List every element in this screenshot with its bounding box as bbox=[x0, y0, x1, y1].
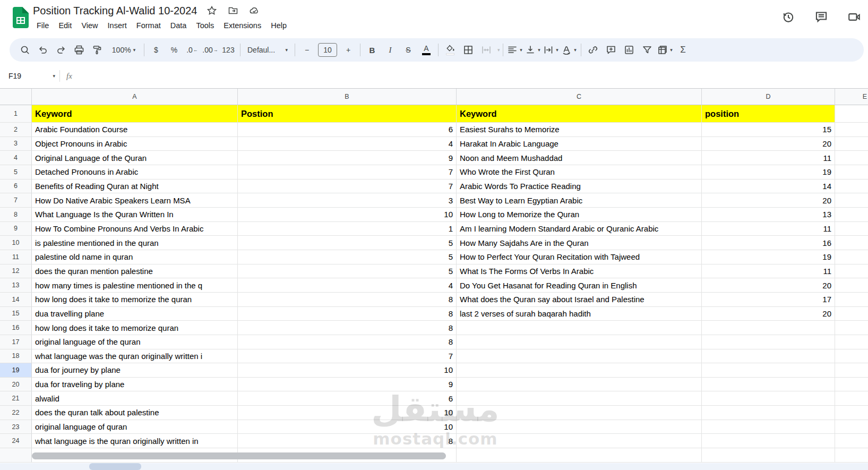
insert-comment-button[interactable] bbox=[602, 41, 620, 59]
cell-c3[interactable]: Harakat In Arabic Language bbox=[457, 137, 702, 151]
cell-c22[interactable] bbox=[457, 406, 702, 420]
row-number[interactable]: 21 bbox=[0, 391, 32, 406]
cell-c12[interactable]: What Is The Forms Of Verbs In Arabic bbox=[457, 264, 702, 279]
name-box[interactable]: F19 ▾ bbox=[0, 72, 55, 80]
menu-extensions[interactable]: Extensions bbox=[219, 19, 266, 32]
cell-d15[interactable]: 20 bbox=[702, 307, 835, 321]
cell-d12[interactable]: 11 bbox=[702, 264, 835, 279]
cell-c1[interactable]: Keyword bbox=[457, 105, 702, 123]
cell-d20[interactable] bbox=[702, 378, 835, 392]
decrease-decimal-button[interactable]: .0← bbox=[183, 41, 201, 59]
cell-e10[interactable] bbox=[835, 236, 868, 250]
cell-b6[interactable]: 7 bbox=[238, 180, 457, 194]
filter-views-dropdown[interactable]: ▾ bbox=[656, 41, 674, 59]
cell-b15[interactable]: 8 bbox=[238, 307, 457, 321]
sheets-logo-icon[interactable] bbox=[13, 6, 29, 29]
cell-a24[interactable]: what language is the quran originally wr… bbox=[32, 434, 238, 448]
borders-button[interactable] bbox=[459, 41, 477, 59]
cell-b21[interactable]: 6 bbox=[238, 391, 457, 406]
cell-d14[interactable]: 17 bbox=[702, 293, 835, 307]
row-number[interactable]: 16 bbox=[0, 321, 32, 335]
column-header-a[interactable]: A bbox=[32, 89, 238, 105]
comments-icon[interactable] bbox=[814, 10, 829, 24]
text-color-button[interactable]: A bbox=[417, 41, 435, 59]
row-number[interactable]: 20 bbox=[0, 378, 32, 392]
cell-a17[interactable]: original language of the quran bbox=[32, 335, 238, 349]
font-size-input[interactable]: 10 bbox=[318, 43, 337, 57]
text-rotation-dropdown[interactable]: ▾ bbox=[560, 41, 578, 59]
cell-a23[interactable]: original language of quran bbox=[32, 420, 238, 434]
cloud-saved-icon[interactable] bbox=[248, 4, 261, 17]
cell-b9[interactable]: 1 bbox=[238, 222, 457, 236]
paint-format-button[interactable] bbox=[88, 41, 106, 59]
menu-file[interactable]: File bbox=[32, 19, 54, 32]
merge-cells-button[interactable] bbox=[477, 41, 495, 59]
version-history-icon[interactable] bbox=[781, 10, 796, 24]
cell-e16[interactable] bbox=[835, 321, 868, 335]
cell-b24[interactable]: 8 bbox=[238, 434, 457, 448]
cell-a1[interactable]: Keyword bbox=[32, 105, 238, 123]
star-icon[interactable] bbox=[205, 4, 218, 17]
cell-b3[interactable]: 4 bbox=[238, 137, 457, 151]
cell-a8[interactable]: What Language Is the Quran Written In bbox=[32, 208, 238, 222]
cell-a2[interactable]: Arabic Foundation Course bbox=[32, 123, 238, 137]
cell-a16[interactable]: how long does it take to memorize quran bbox=[32, 321, 238, 335]
fill-color-button[interactable] bbox=[441, 41, 459, 59]
cell-a12[interactable]: does the quran mention palestine bbox=[32, 264, 238, 279]
cell-e19[interactable] bbox=[835, 363, 868, 378]
cell-c19[interactable] bbox=[457, 363, 702, 378]
redo-button[interactable] bbox=[52, 41, 70, 59]
cell-a20[interactable]: dua for traveling by plane bbox=[32, 378, 238, 392]
cell-a18[interactable]: what language was the quran originally w… bbox=[32, 349, 238, 364]
cell-e21[interactable] bbox=[835, 391, 868, 406]
cell-b12[interactable]: 5 bbox=[238, 264, 457, 279]
row-number[interactable]: 22 bbox=[0, 406, 32, 420]
document-title[interactable]: Position Tracking Al-Walid 10-2024 bbox=[33, 5, 197, 17]
row-number[interactable]: 15 bbox=[0, 307, 32, 321]
row-number[interactable]: 18 bbox=[0, 349, 32, 364]
menu-insert[interactable]: Insert bbox=[103, 19, 132, 32]
cell-c14[interactable]: What does the Quran say about Israel and… bbox=[457, 293, 702, 307]
cell-e8[interactable] bbox=[835, 208, 868, 222]
column-header-b[interactable]: B bbox=[238, 89, 457, 105]
cell-c15[interactable]: last 2 verses of surah baqarah hadith bbox=[457, 307, 702, 321]
cell-e7[interactable] bbox=[835, 193, 868, 208]
row-number[interactable]: 8 bbox=[0, 208, 32, 222]
menu-format[interactable]: Format bbox=[132, 19, 166, 32]
cell-c6[interactable]: Arabic Words To Practice Reading bbox=[457, 180, 702, 194]
cell-b22[interactable]: 10 bbox=[238, 406, 457, 420]
cell-c21[interactable] bbox=[457, 391, 702, 406]
cell-d16[interactable] bbox=[702, 321, 835, 335]
cell-b10[interactable]: 5 bbox=[238, 236, 457, 250]
column-header-d[interactable]: D bbox=[702, 89, 835, 105]
cell-c11[interactable]: How to Perfect Your Quran Recitation wit… bbox=[457, 250, 702, 264]
print-button[interactable] bbox=[70, 41, 88, 59]
cell-e4[interactable] bbox=[835, 151, 868, 165]
cell-a7[interactable]: How Do Native Arabic Speakers Learn MSA bbox=[32, 193, 238, 208]
cell-b7[interactable]: 3 bbox=[238, 193, 457, 208]
currency-format-button[interactable]: $ bbox=[147, 41, 165, 59]
cell-d4[interactable]: 11 bbox=[702, 151, 835, 165]
cell-c24[interactable] bbox=[457, 434, 702, 448]
row-number[interactable]: 19 bbox=[0, 363, 32, 378]
cell-b17[interactable]: 8 bbox=[238, 335, 457, 349]
cell-c4[interactable]: Noon and Meem Mushaddad bbox=[457, 151, 702, 165]
percent-format-button[interactable]: % bbox=[165, 41, 183, 59]
column-header-e[interactable]: E bbox=[835, 89, 868, 105]
row-number[interactable]: 11 bbox=[0, 250, 32, 264]
row-number[interactable]: 24 bbox=[0, 434, 32, 448]
cell-a4[interactable]: Original Language of the Quran bbox=[32, 151, 238, 165]
menu-tools[interactable]: Tools bbox=[191, 19, 219, 32]
row-number[interactable]: 1 bbox=[0, 105, 32, 123]
cell-c16[interactable] bbox=[457, 321, 702, 335]
cell-a3[interactable]: Object Pronouns in Arabic bbox=[32, 137, 238, 151]
cell-b16[interactable]: 8 bbox=[238, 321, 457, 335]
cell-b13[interactable]: 4 bbox=[238, 278, 457, 293]
row-number[interactable]: 4 bbox=[0, 151, 32, 165]
cell-e6[interactable] bbox=[835, 180, 868, 194]
cell-d1[interactable]: position bbox=[702, 105, 835, 123]
cell-d2[interactable]: 15 bbox=[702, 123, 835, 137]
cell-d8[interactable]: 13 bbox=[702, 208, 835, 222]
cell-a9[interactable]: How To Combine Pronouns And Verbs In Ara… bbox=[32, 222, 238, 236]
cell-d17[interactable] bbox=[702, 335, 835, 349]
